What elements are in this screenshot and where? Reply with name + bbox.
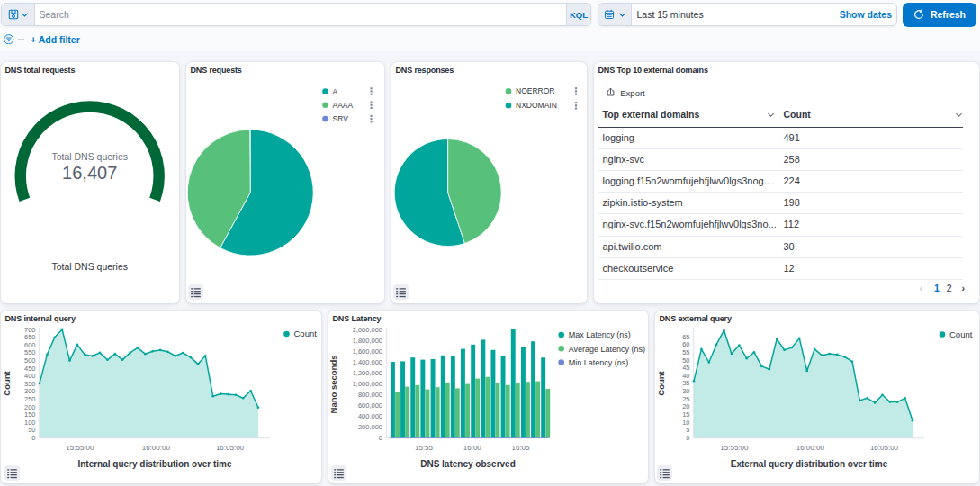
svg-text:1,400,000: 1,400,000 [353, 358, 382, 366]
svg-text:500: 500 [24, 356, 36, 364]
svg-text:400: 400 [24, 372, 36, 380]
svg-text:16:00: 16:00 [463, 444, 482, 452]
svg-text:Count: Count [294, 328, 318, 338]
svg-text:45: 45 [682, 364, 689, 372]
svg-text:15: 15 [682, 410, 689, 418]
svg-text:15:55:00: 15:55:00 [720, 444, 749, 452]
svg-text:450: 450 [24, 364, 36, 373]
svg-text:40: 40 [682, 372, 689, 380]
svg-text:16:05:00: 16:05:00 [216, 444, 245, 452]
svg-text:1,600,000: 1,600,000 [353, 347, 382, 356]
svg-text:650: 650 [24, 333, 36, 341]
svg-text:Min Latency (ns): Min Latency (ns) [569, 358, 629, 367]
svg-text:Nano seconds: Nano seconds [328, 356, 338, 414]
svg-text:0: 0 [379, 434, 382, 442]
svg-text:16:00:00: 16:00:00 [142, 444, 171, 452]
svg-text:25: 25 [682, 395, 689, 403]
svg-text:AAAA: AAAA [333, 101, 354, 110]
svg-text:5: 5 [686, 426, 689, 434]
svg-text:Total DNS queries: Total DNS queries [51, 261, 128, 272]
svg-text:200: 200 [24, 403, 36, 411]
svg-text:150: 150 [24, 410, 36, 418]
svg-text:35: 35 [682, 379, 689, 387]
svg-text:1,200,000: 1,200,000 [353, 369, 382, 377]
svg-text:20: 20 [682, 402, 689, 410]
svg-text:NXDOMAIN: NXDOMAIN [516, 101, 557, 110]
svg-text:50: 50 [28, 426, 35, 434]
svg-text:Count: Count [949, 329, 973, 339]
svg-text:Count: Count [656, 370, 666, 395]
svg-text:Average Latency (ns): Average Latency (ns) [569, 345, 645, 354]
svg-text:16,407: 16,407 [62, 163, 117, 183]
svg-text:200,000: 200,000 [358, 423, 382, 431]
svg-text:30: 30 [682, 387, 689, 395]
svg-text:350: 350 [24, 380, 36, 388]
svg-text:55: 55 [682, 348, 689, 356]
svg-text:15:55:00: 15:55:00 [66, 444, 94, 452]
svg-text:600,000: 600,000 [358, 401, 382, 410]
svg-text:700: 700 [24, 326, 36, 334]
svg-text:16:05: 16:05 [511, 444, 530, 452]
svg-text:Total DNS queries: Total DNS queries [51, 151, 128, 162]
svg-text:300: 300 [24, 387, 36, 395]
svg-text:2,000,000: 2,000,000 [353, 326, 382, 334]
svg-text:External query distribution ov: External query distribution over time [731, 459, 888, 469]
svg-text:100: 100 [24, 418, 36, 427]
svg-text:0: 0 [31, 434, 35, 442]
svg-text:65: 65 [682, 333, 689, 341]
svg-text:Internal query distribution ov: Internal query distribution over time [77, 459, 232, 469]
svg-text:250: 250 [24, 395, 36, 403]
svg-text:600: 600 [24, 341, 36, 349]
svg-text:400,000: 400,000 [358, 412, 382, 420]
svg-text:Count: Count [2, 370, 12, 395]
svg-text:1,000,000: 1,000,000 [353, 380, 382, 388]
svg-text:10: 10 [682, 418, 689, 427]
svg-text:DNS latency observed: DNS latency observed [420, 459, 516, 469]
svg-text:A: A [333, 87, 338, 96]
svg-text:0: 0 [686, 434, 689, 442]
svg-text:60: 60 [682, 340, 689, 348]
svg-text:800,000: 800,000 [358, 391, 382, 399]
svg-text:16:00:00: 16:00:00 [796, 444, 825, 452]
svg-text:SRV: SRV [333, 114, 349, 123]
svg-text:Max Latency (ns): Max Latency (ns) [569, 330, 631, 339]
svg-text:15:55: 15:55 [415, 444, 434, 452]
svg-text:16:05:00: 16:05:00 [870, 444, 899, 452]
svg-text:1,800,000: 1,800,000 [353, 337, 382, 345]
svg-text:50: 50 [682, 356, 689, 364]
svg-text:550: 550 [24, 348, 36, 356]
svg-text:NOERROR: NOERROR [516, 86, 554, 95]
